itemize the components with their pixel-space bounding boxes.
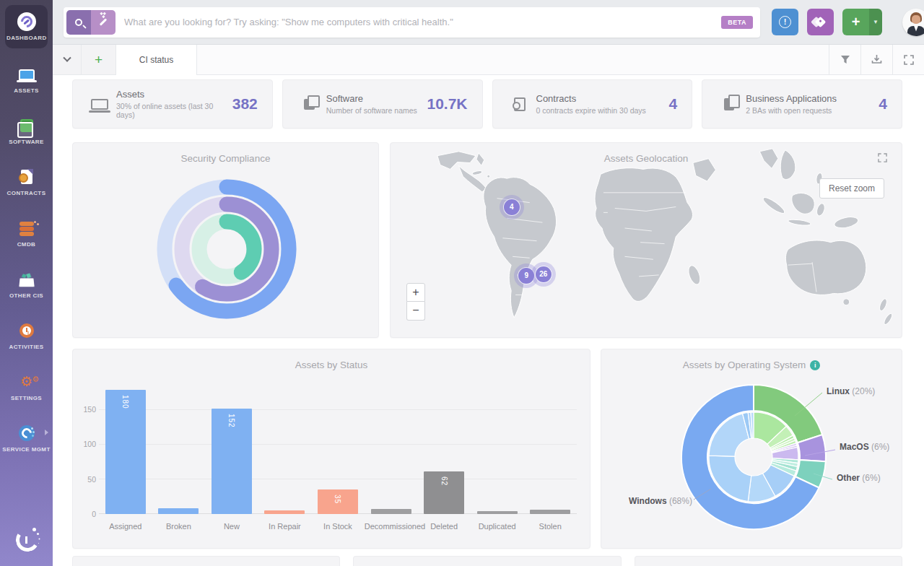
y-tick-label: 100 bbox=[80, 440, 96, 448]
documents-icon bbox=[724, 98, 734, 110]
bar-value-label: 62 bbox=[440, 476, 448, 486]
bar-duplicated[interactable] bbox=[477, 511, 518, 514]
sidebar-item-dashboard[interactable]: DASHBOARD bbox=[5, 5, 48, 48]
kpi-contracts[interactable]: Contracts 0 contracts expire within 30 d… bbox=[492, 79, 693, 129]
bar-column: 35 bbox=[311, 381, 365, 514]
x-axis-label: In Stock bbox=[311, 522, 365, 531]
sidebar-item-label: CONTRACTS bbox=[1, 190, 51, 196]
x-axis-label: Assigned bbox=[99, 522, 152, 531]
bar-column: 180 bbox=[99, 381, 152, 514]
kpi-title: Software bbox=[326, 93, 427, 104]
bar-new[interactable]: 152 bbox=[212, 409, 252, 514]
search-button[interactable] bbox=[66, 10, 91, 35]
filter-button[interactable] bbox=[829, 45, 860, 74]
topbar: BETA ! + ▼ bbox=[53, 0, 924, 45]
sidebar-item-label: SERVICE MGMT bbox=[1, 446, 51, 453]
assets-by-status-panel: Assets by Status 1801523562050100150Assi… bbox=[72, 349, 590, 549]
kpi-subtitle: 2 BAs with open requests bbox=[746, 106, 879, 115]
download-button[interactable] bbox=[860, 45, 892, 74]
x-axis-label: Decommissioned bbox=[365, 522, 418, 531]
search-icon bbox=[75, 19, 82, 26]
magic-wand-icon bbox=[100, 18, 108, 26]
map-marker[interactable]: 26 bbox=[536, 266, 552, 282]
laptop-icon bbox=[91, 99, 108, 110]
main-content: + CI status Assets 30% of online assets … bbox=[53, 45, 924, 566]
zoom-in-button[interactable]: + bbox=[406, 283, 425, 302]
sidebar-item-contracts[interactable]: CONTRACTS bbox=[0, 161, 53, 203]
download-icon bbox=[871, 54, 882, 65]
expand-map-button[interactable] bbox=[878, 152, 887, 165]
kpi-assets[interactable]: Assets 30% of online assets (last 30 day… bbox=[72, 79, 273, 129]
tab-list-dropdown-button[interactable] bbox=[53, 45, 82, 74]
kpi-subtitle: Number of software names bbox=[326, 106, 427, 115]
sidebar-item-software[interactable]: SOFTWARE bbox=[0, 110, 53, 152]
ai-wand-button[interactable] bbox=[91, 10, 116, 35]
bar-assigned[interactable]: 180 bbox=[105, 390, 146, 515]
assets-geolocation-panel: Assets Geolocation Reset zoom + − 4926 bbox=[390, 142, 902, 338]
box-icon bbox=[19, 278, 34, 287]
dashboard-icon bbox=[17, 12, 36, 31]
add-button[interactable]: + ▼ bbox=[842, 9, 882, 35]
bar-stolen[interactable] bbox=[530, 510, 570, 514]
bar-broken[interactable] bbox=[158, 508, 199, 514]
assets-by-os-panel: Assets by Operating Systemi Linux (20%) … bbox=[601, 349, 902, 549]
fullscreen-button[interactable] bbox=[892, 45, 924, 74]
sidebar-item-settings[interactable]: ⚙ SETTINGS bbox=[0, 366, 53, 408]
security-compliance-panel: Security Compliance bbox=[72, 142, 379, 338]
kpi-value: 4 bbox=[669, 95, 678, 113]
avatar[interactable] bbox=[902, 9, 924, 36]
sidebar-item-activities[interactable]: ACTIVITIES bbox=[0, 315, 53, 357]
map-marker[interactable]: 4 bbox=[504, 199, 520, 215]
donut-label-macos: MacOS (6%) bbox=[840, 442, 889, 452]
bar-in-repair[interactable] bbox=[264, 510, 305, 514]
database-icon bbox=[19, 221, 34, 235]
kpi-title: Business Applications bbox=[746, 93, 879, 104]
sidebar-item-label: SETTINGS bbox=[1, 395, 51, 401]
bar-decommissioned[interactable] bbox=[371, 509, 411, 514]
sidebar-item-other-cis[interactable]: OTHER CIS bbox=[0, 264, 53, 305]
contract-icon bbox=[514, 97, 526, 111]
kpi-business-applications[interactable]: Business Applications 2 BAs with open re… bbox=[702, 79, 902, 129]
world-map[interactable] bbox=[391, 143, 902, 335]
search-input[interactable] bbox=[116, 17, 721, 27]
tab-ci-status[interactable]: CI status bbox=[116, 45, 197, 75]
y-tick-label: 50 bbox=[80, 475, 96, 484]
kpi-software[interactable]: Software Number of software names 10.7K bbox=[282, 79, 483, 129]
donut-label-other: Other (6%) bbox=[837, 473, 881, 483]
add-tab-button[interactable]: + bbox=[82, 45, 116, 74]
sidebar-item-label: ACTIVITIES bbox=[1, 344, 51, 350]
contract-icon bbox=[21, 170, 32, 184]
beta-badge: BETA bbox=[721, 16, 753, 29]
history-clock-icon bbox=[19, 323, 34, 338]
dashboard-tabbar: + CI status bbox=[53, 45, 924, 75]
sidebar-item-cmdb[interactable]: CMDB bbox=[0, 212, 53, 254]
info-icon: ! bbox=[779, 16, 791, 28]
x-axis-label: Stolen bbox=[523, 522, 577, 531]
user-menu[interactable] bbox=[902, 9, 924, 36]
partial-panel bbox=[353, 556, 621, 566]
y-tick-label: 150 bbox=[80, 405, 96, 414]
bar-column: 62 bbox=[417, 381, 471, 514]
donut-label-linux: Linux (20%) bbox=[827, 386, 875, 396]
zoom-out-button[interactable]: − bbox=[406, 302, 425, 321]
filter-icon bbox=[840, 55, 850, 64]
fullscreen-icon bbox=[878, 153, 887, 162]
chevron-down-icon[interactable]: ▼ bbox=[869, 19, 882, 25]
info-button[interactable]: ! bbox=[772, 9, 798, 35]
bar-in-stock[interactable]: 35 bbox=[318, 489, 358, 514]
security-compliance-ring-chart bbox=[156, 178, 297, 320]
sidebar-item-label: SOFTWARE bbox=[1, 139, 51, 145]
x-axis-labels: AssignedBrokenNewIn RepairIn StockDecomm… bbox=[99, 522, 577, 534]
tags-button[interactable] bbox=[807, 9, 834, 35]
partial-panel bbox=[635, 556, 902, 566]
search-bar: BETA bbox=[64, 7, 760, 38]
x-axis-label: Broken bbox=[152, 522, 206, 531]
chevron-down-icon bbox=[63, 53, 71, 61]
sidebar-item-assets[interactable]: ASSETS bbox=[0, 58, 53, 100]
kpi-value: 382 bbox=[232, 95, 258, 113]
bar-deleted[interactable]: 62 bbox=[424, 471, 464, 514]
reset-zoom-button[interactable]: Reset zoom bbox=[819, 178, 884, 199]
sidebar-item-service-mgmt[interactable]: SERVICE MGMT bbox=[0, 417, 53, 459]
kpi-value: 4 bbox=[879, 95, 887, 113]
bar-value-label: 180 bbox=[121, 395, 129, 409]
